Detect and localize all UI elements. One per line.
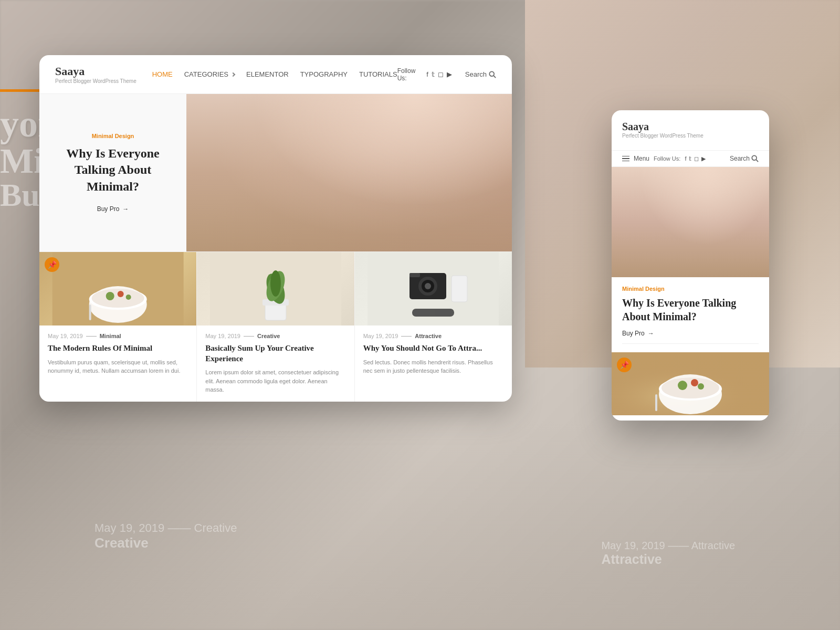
camera-image — [355, 252, 512, 326]
nav-right-section: Follow Us: f 𝕥 ◻ ▶ Search — [397, 67, 496, 82]
mobile-facebook-icon[interactable]: f — [685, 155, 686, 162]
facebook-icon[interactable]: f — [426, 70, 428, 78]
post-1-category: Minimal — [100, 333, 121, 339]
mobile-brand-tagline: Perfect Blogger WordPress Theme — [622, 133, 759, 139]
post-3-excerpt: Sed lectus. Donec mollis hendrerit risus… — [363, 358, 503, 375]
svg-point-7 — [118, 291, 124, 297]
hero-category-label: Minimal Design — [92, 133, 134, 139]
youtube-icon[interactable]: ▶ — [447, 70, 452, 78]
svg-point-20 — [425, 283, 431, 289]
search-icon — [489, 71, 496, 78]
instagram-icon[interactable]: ◻ — [438, 70, 444, 78]
post-3-dash — [401, 336, 412, 337]
mobile-twitter-icon[interactable]: 𝕥 — [689, 155, 691, 162]
post-3-date: May 19, 2019 — [363, 333, 398, 339]
svg-point-5 — [92, 289, 144, 308]
mobile-browser-card: Saaya Perfect Blogger WordPress Theme Me… — [612, 110, 769, 421]
post-1-excerpt: Vestibulum purus quam, scelerisque ut, m… — [48, 358, 188, 375]
svg-point-26 — [752, 155, 757, 160]
mobile-hero-text: Minimal Design Why Is Everyone Talking A… — [612, 277, 769, 352]
mobile-food-card: 📌 — [612, 352, 769, 421]
post-3-title[interactable]: Why You Should Not Go To Attra... — [363, 343, 503, 354]
hero-text-panel: Minimal Design Why Is Everyone Talking A… — [39, 94, 186, 251]
post-card-3: May 19, 2019 Attractive Why You Should N… — [355, 252, 512, 402]
hero-cta-button[interactable]: Buy Pro → — [97, 205, 129, 213]
post-1-date: May 19, 2019 — [48, 333, 83, 339]
categories-chevron-icon — [231, 72, 235, 77]
background-bottom-text-left: May 19, 2019 —— Creative Creative — [94, 521, 237, 551]
twitter-icon[interactable]: 𝕥 — [432, 70, 435, 78]
nav-typography[interactable]: TYPOGRAPHY — [300, 70, 348, 78]
svg-point-34 — [691, 379, 698, 386]
svg-rect-21 — [410, 273, 420, 277]
nav-links: HOME CATEGORIES ELEMENTOR TYPOGRAPHY TUT… — [152, 70, 397, 78]
post-card-1-body: May 19, 2019 Minimal The Modern Rules Of… — [39, 326, 196, 383]
post-1-meta: May 19, 2019 Minimal — [48, 333, 188, 339]
post-1-dash — [86, 336, 97, 337]
post-card-1-image: 📌 — [39, 252, 196, 326]
svg-point-0 — [489, 71, 494, 76]
post-2-meta: May 19, 2019 Creative — [205, 333, 345, 339]
desktop-hero-section: Minimal Design Why Is Everyone Talking A… — [39, 94, 512, 251]
bg-bottom-title-right: Attractive — [601, 552, 735, 567]
post-2-excerpt: Lorem ipsum dolor sit amet, consectetuer… — [205, 368, 345, 394]
mobile-header: Saaya Perfect Blogger WordPress Theme — [612, 110, 769, 150]
brand-logo: Saaya Perfect Blogger WordPress Theme — [55, 65, 136, 84]
desktop-browser-card: Saaya Perfect Blogger WordPress Theme HO… — [39, 55, 512, 402]
mobile-hero-title: Why Is Everyone Talking About Minimal? — [622, 296, 759, 323]
mobile-nav-bar: Menu Follow Us: f 𝕥 ◻ ▶ Search — [612, 150, 769, 167]
post-card-2-body: May 19, 2019 Creative Basically Sum Up Y… — [197, 326, 354, 402]
plant-image — [197, 252, 354, 326]
bg-bottom-date-right: May 19, 2019 —— Attractive — [601, 540, 735, 552]
bg-bottom-date-left: May 19, 2019 —— Creative — [94, 521, 237, 535]
svg-line-1 — [494, 76, 496, 78]
social-icons-group: f 𝕥 ◻ ▶ — [426, 70, 452, 78]
svg-point-6 — [106, 292, 114, 300]
person-overlay — [186, 94, 512, 251]
mobile-search-button[interactable]: Search — [730, 155, 759, 162]
mobile-hero-image — [612, 167, 769, 277]
svg-point-15 — [270, 270, 281, 297]
hero-cta-arrow: → — [122, 205, 129, 213]
mobile-brand-name: Saaya — [622, 121, 759, 133]
nav-home[interactable]: HOME — [152, 70, 173, 78]
nav-categories[interactable]: CATEGORIES — [184, 70, 235, 78]
post-2-date: May 19, 2019 — [205, 333, 240, 339]
mobile-social-icons: f 𝕥 ◻ ▶ — [685, 155, 706, 162]
post-3-category: Attractive — [415, 333, 442, 339]
mobile-hero-img-content — [612, 167, 769, 277]
search-button[interactable]: Search — [465, 70, 496, 78]
mobile-instagram-icon[interactable]: ◻ — [694, 155, 699, 162]
svg-rect-22 — [452, 276, 467, 302]
brand-name: Saaya — [55, 65, 136, 78]
mobile-hero-cta[interactable]: Buy Pro → — [622, 330, 759, 344]
svg-point-33 — [678, 381, 687, 390]
svg-rect-9 — [89, 304, 91, 320]
mobile-follow-label: Follow Us: — [654, 155, 680, 162]
mobile-youtube-icon[interactable]: ▶ — [701, 155, 706, 162]
svg-rect-25 — [435, 310, 452, 316]
post-2-category: Creative — [257, 333, 280, 339]
post-1-pin-icon: 📌 — [45, 257, 59, 272]
svg-point-32 — [662, 377, 719, 398]
desktop-post-cards: 📌 May 19, 2019 Minimal The Modern Rules … — [39, 251, 512, 402]
post-card-2: May 19, 2019 Creative Basically Sum Up Y… — [197, 252, 354, 402]
svg-point-35 — [698, 383, 704, 390]
mobile-hero-category: Minimal Design — [622, 286, 759, 292]
post-1-title[interactable]: The Modern Rules Of Minimal — [48, 343, 188, 354]
mobile-food-image: 📌 — [612, 352, 769, 415]
svg-line-27 — [756, 160, 758, 162]
post-card-2-image — [197, 252, 354, 326]
post-card-1: 📌 May 19, 2019 Minimal The Modern Rules … — [39, 252, 197, 402]
hamburger-menu-icon[interactable] — [622, 156, 629, 162]
food-image — [39, 252, 196, 326]
post-card-3-body: May 19, 2019 Attractive Why You Should N… — [355, 326, 512, 383]
post-2-title[interactable]: Basically Sum Up Your Creative Experienc… — [205, 343, 345, 364]
follow-us-label: Follow Us: — [397, 67, 422, 82]
nav-tutorials[interactable]: TUTORIALS — [359, 70, 397, 78]
mobile-menu-label[interactable]: Menu — [634, 155, 649, 162]
svg-rect-36 — [655, 394, 657, 411]
svg-point-8 — [126, 295, 131, 300]
nav-elementor[interactable]: ELEMENTOR — [246, 70, 289, 78]
mobile-search-icon — [751, 155, 759, 162]
